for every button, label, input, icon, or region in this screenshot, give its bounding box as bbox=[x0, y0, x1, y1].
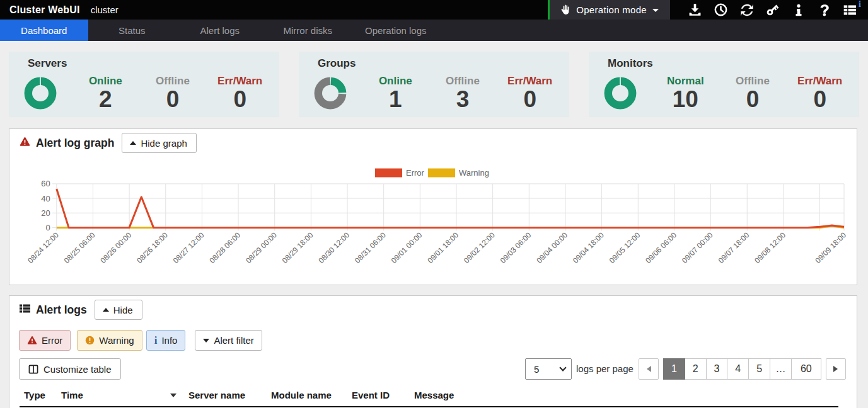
svg-text:60: 60 bbox=[41, 179, 50, 188]
svg-text:09/04 18:00: 09/04 18:00 bbox=[571, 230, 606, 265]
cluster-details-icon[interactable]: i bbox=[843, 3, 857, 17]
info-i-icon: i bbox=[154, 334, 158, 347]
alert-filter-button[interactable]: Alert filter bbox=[195, 330, 262, 351]
page-button-ellipsis[interactable]: … bbox=[770, 358, 792, 380]
page-button-4[interactable]: 4 bbox=[727, 358, 749, 380]
tab-mirror-disks[interactable]: Mirror disks bbox=[264, 20, 352, 41]
alert-log-graph-panel: 020406008/24 12:0008/25 06:0008/26 00:00… bbox=[9, 128, 857, 285]
cluster-details-info-badge: i bbox=[859, 0, 861, 9]
svg-text:08/31 06:00: 08/31 06:00 bbox=[353, 230, 388, 265]
svg-text:40: 40 bbox=[41, 194, 50, 203]
tab-bar: Dashboard Status Alert logs Mirror disks… bbox=[0, 20, 868, 41]
key-icon[interactable] bbox=[765, 3, 780, 17]
svg-text:Warning: Warning bbox=[459, 168, 489, 178]
svg-text:09/08 12:00: 09/08 12:00 bbox=[753, 230, 787, 265]
warning-circle-icon bbox=[85, 336, 95, 345]
svg-text:09/05 12:00: 09/05 12:00 bbox=[608, 230, 642, 265]
top-bar: Cluster WebUI cluster Operation mode bbox=[0, 0, 868, 20]
tab-alert-logs[interactable]: Alert logs bbox=[176, 20, 264, 41]
monitors-card-title: Monitors bbox=[608, 57, 653, 70]
hide-logs-button-label: Hide bbox=[113, 305, 133, 315]
error-filter-label: Error bbox=[42, 335, 62, 346]
log-filter-row: Error Warning i Info Alert filter bbox=[19, 330, 262, 351]
logs-panel-title: Alert logs bbox=[36, 303, 87, 317]
tab-operation-logs[interactable]: Operation logs bbox=[352, 20, 440, 41]
svg-text:08/26 00:00: 08/26 00:00 bbox=[98, 230, 133, 265]
caret-down-icon bbox=[652, 9, 659, 12]
alert-log-chart: 020406008/24 12:0008/25 06:0008/26 00:00… bbox=[9, 129, 857, 285]
topbar-icons: i bbox=[670, 3, 868, 17]
error-triangle-icon bbox=[27, 336, 37, 345]
svg-text:09/06 06:00: 09/06 06:00 bbox=[644, 230, 678, 265]
groups-card: Groups Online 1 Offline 3 Err/Warn 0 bbox=[299, 52, 569, 117]
groups-offline-stat: Offline 3 bbox=[429, 75, 497, 111]
previous-page-button[interactable] bbox=[639, 358, 659, 380]
help-icon[interactable] bbox=[817, 3, 831, 17]
svg-text:09/07 00:00: 09/07 00:00 bbox=[680, 230, 715, 265]
svg-text:09/03 06:00: 09/03 06:00 bbox=[499, 230, 533, 265]
column-header-event-id[interactable]: Event ID bbox=[347, 386, 410, 407]
svg-text:09/02 12:00: 09/02 12:00 bbox=[462, 230, 497, 265]
svg-text:09/01 18:00: 09/01 18:00 bbox=[425, 230, 460, 265]
servers-offline-stat: Offline 0 bbox=[139, 75, 207, 111]
operation-mode-label: Operation mode bbox=[576, 4, 647, 15]
monitors-normal-stat: Normal 10 bbox=[652, 75, 719, 111]
svg-text:08/29 18:00: 08/29 18:00 bbox=[281, 230, 315, 265]
page-button-60[interactable]: 60 bbox=[791, 358, 821, 380]
warning-filter-button[interactable]: Warning bbox=[77, 330, 142, 351]
column-header-module-name[interactable]: Module name bbox=[267, 386, 347, 407]
page-button-1[interactable]: 1 bbox=[663, 358, 685, 380]
hand-icon bbox=[560, 4, 571, 15]
svg-text:08/28 06:00: 08/28 06:00 bbox=[207, 230, 242, 265]
svg-text:20: 20 bbox=[41, 208, 50, 218]
alert-logs-panel: Alert logs Hide Error Warning i Info bbox=[9, 295, 857, 408]
column-header-type[interactable]: Type bbox=[20, 386, 57, 407]
page-button-2[interactable]: 2 bbox=[685, 358, 707, 380]
page-buttons: 1 2 3 4 5 … 60 bbox=[663, 358, 821, 380]
svg-text:08/30 12:00: 08/30 12:00 bbox=[316, 230, 351, 265]
expand-down-icon bbox=[203, 339, 209, 343]
alert-filter-label: Alert filter bbox=[214, 335, 253, 346]
groups-donut-chart bbox=[314, 77, 347, 110]
column-header-time[interactable]: Time bbox=[57, 386, 184, 407]
tab-dashboard[interactable]: Dashboard bbox=[0, 20, 88, 41]
alert-log-table: Type Time Server name Module name Event … bbox=[20, 386, 838, 407]
hide-logs-button[interactable]: Hide bbox=[95, 300, 142, 320]
svg-text:09/01 00:00: 09/01 00:00 bbox=[390, 230, 424, 265]
column-header-server-name[interactable]: Server name bbox=[184, 386, 267, 407]
servers-donut-chart bbox=[24, 77, 57, 110]
info-filter-label: Info bbox=[161, 335, 177, 346]
operation-mode-menu[interactable]: Operation mode bbox=[550, 0, 670, 20]
page-button-3[interactable]: 3 bbox=[706, 358, 728, 380]
svg-text:08/26 18:00: 08/26 18:00 bbox=[135, 230, 170, 265]
previous-arrow-icon bbox=[647, 366, 651, 372]
page-size-label: logs per page bbox=[576, 363, 634, 374]
clock-icon[interactable] bbox=[714, 3, 728, 17]
download-icon[interactable] bbox=[688, 3, 702, 17]
monitors-offline-stat: Offline 0 bbox=[719, 75, 787, 111]
error-filter-button[interactable]: Error bbox=[19, 330, 71, 351]
next-page-button[interactable] bbox=[826, 358, 846, 380]
page-button-5[interactable]: 5 bbox=[748, 358, 770, 380]
svg-text:08/29 00:00: 08/29 00:00 bbox=[244, 230, 279, 265]
svg-text:09/07 18:00: 09/07 18:00 bbox=[717, 230, 751, 265]
customize-table-label: Customize table bbox=[43, 364, 112, 375]
info-filter-button[interactable]: i Info bbox=[146, 330, 186, 351]
column-header-message[interactable]: Message bbox=[410, 386, 838, 407]
refresh-icon[interactable] bbox=[739, 3, 754, 17]
monitors-errwarn-stat: Err/Warn 0 bbox=[786, 75, 854, 111]
svg-text:0: 0 bbox=[46, 223, 50, 232]
servers-card-title: Servers bbox=[28, 57, 67, 70]
table-columns-icon bbox=[28, 365, 38, 374]
pager: 1 2 3 4 5 … 60 bbox=[639, 358, 846, 380]
svg-text:08/27 12:00: 08/27 12:00 bbox=[171, 230, 206, 265]
groups-card-title: Groups bbox=[318, 57, 356, 70]
monitors-donut-chart bbox=[604, 77, 637, 110]
groups-errwarn-stat: Err/Warn 0 bbox=[496, 75, 564, 111]
page-size-select[interactable]: 5 bbox=[525, 358, 572, 380]
info-icon[interactable] bbox=[791, 3, 806, 17]
customize-table-button[interactable]: Customize table bbox=[19, 358, 121, 380]
next-arrow-icon bbox=[833, 366, 838, 372]
summary-cards: Servers Online 2 Offline 0 Err/Warn 0 Gr… bbox=[9, 52, 859, 117]
tab-status[interactable]: Status bbox=[88, 20, 176, 41]
